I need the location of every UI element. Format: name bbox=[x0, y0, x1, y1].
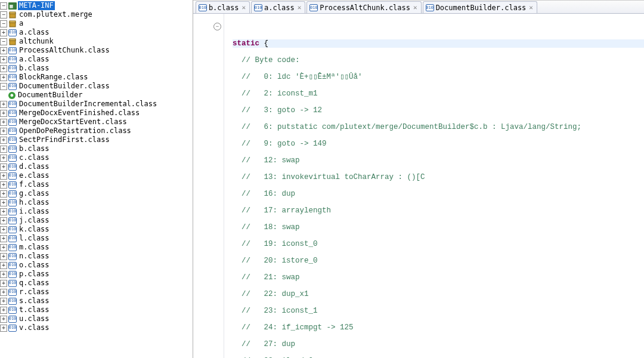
expand-toggle-icon[interactable]: + bbox=[0, 253, 7, 260]
tree-item-class[interactable]: +g.class bbox=[0, 189, 193, 198]
expand-toggle-icon[interactable]: + bbox=[0, 119, 7, 126]
tree-item-class[interactable]: +b.class bbox=[0, 64, 193, 73]
expand-toggle-icon[interactable]: + bbox=[0, 128, 7, 135]
tree-item-class[interactable]: +u.class bbox=[0, 314, 193, 323]
code-line: // 18: swap bbox=[233, 223, 644, 232]
expand-toggle-icon[interactable]: + bbox=[0, 217, 7, 224]
expand-toggle-icon[interactable]: + bbox=[0, 307, 7, 314]
expand-toggle-icon[interactable]: − bbox=[0, 2, 7, 10]
tree-item-runnable[interactable]: ●DocumentBuilder bbox=[0, 91, 193, 100]
class-file-icon bbox=[8, 217, 17, 224]
expand-toggle-icon[interactable]: + bbox=[0, 101, 7, 108]
expand-toggle-icon[interactable]: + bbox=[0, 325, 7, 332]
expand-toggle-icon[interactable]: + bbox=[0, 190, 7, 197]
expand-toggle-icon[interactable]: − bbox=[0, 11, 7, 18]
tree-item-class[interactable]: +l.class bbox=[0, 234, 193, 243]
expand-toggle-icon[interactable]: + bbox=[0, 29, 7, 36]
expand-toggle-icon[interactable]: − bbox=[0, 83, 7, 90]
tree-item-class[interactable]: +DocumentBuilderIncremental.class bbox=[0, 100, 193, 109]
expand-toggle-icon[interactable]: + bbox=[0, 146, 7, 153]
tree-item-class[interactable]: +v.class bbox=[0, 323, 193, 332]
tree-label: l.class bbox=[18, 234, 51, 243]
tree-item-class[interactable]: +p.class bbox=[0, 270, 193, 279]
expand-toggle-icon[interactable]: + bbox=[0, 298, 7, 305]
tree-item-class[interactable]: +a.class bbox=[0, 28, 193, 37]
class-file-icon bbox=[8, 298, 17, 305]
tree-item-class[interactable]: +ProcessAltChunk.class bbox=[0, 46, 193, 55]
expand-toggle-icon[interactable]: + bbox=[0, 47, 7, 54]
expand-toggle-icon[interactable]: + bbox=[0, 271, 7, 278]
editor-pane: b.class✕ a.class✕ ProcessAltChunk.class✕… bbox=[193, 0, 644, 358]
class-file-icon bbox=[8, 163, 17, 171]
expand-toggle-icon[interactable]: + bbox=[0, 65, 7, 72]
code-line bbox=[233, 23, 644, 31]
expand-toggle-icon[interactable]: + bbox=[0, 137, 7, 144]
tree-item-meta-inf[interactable]: − ▦ META-INF bbox=[0, 1, 193, 10]
expand-toggle-icon[interactable]: + bbox=[0, 244, 7, 251]
tree-item-class[interactable]: +MergeDocxEventFinished.class bbox=[0, 109, 193, 118]
fold-toggle-icon[interactable]: − bbox=[213, 23, 221, 30]
tree-item-class[interactable]: +d.class bbox=[0, 162, 193, 171]
expand-toggle-icon[interactable]: − bbox=[0, 38, 7, 45]
tree-item-folder-a[interactable]: − a bbox=[0, 19, 193, 28]
expand-toggle-icon[interactable]: + bbox=[0, 163, 7, 171]
tree-item-class[interactable]: +MergeDocxStartEvent.class bbox=[0, 118, 193, 126]
expand-toggle-icon[interactable]: + bbox=[0, 199, 7, 206]
expand-toggle-icon[interactable]: + bbox=[0, 56, 7, 63]
tree-item-class[interactable]: +j.class bbox=[0, 216, 193, 225]
tree-item-class[interactable]: +n.class bbox=[0, 252, 193, 261]
expand-toggle-icon[interactable]: + bbox=[0, 289, 7, 296]
tree-item-class[interactable]: +b.class bbox=[0, 144, 193, 153]
expand-toggle-icon[interactable]: + bbox=[0, 208, 7, 215]
close-icon[interactable]: ✕ bbox=[413, 4, 417, 11]
tree-item-class[interactable]: +q.class bbox=[0, 279, 193, 288]
code-line: // 21: swap bbox=[233, 273, 644, 282]
tree-item-package[interactable]: − com.plutext.merge bbox=[0, 10, 193, 19]
expand-toggle-icon[interactable]: + bbox=[0, 181, 7, 189]
tree-item-class[interactable]: +SectPrFindFirst.class bbox=[0, 135, 193, 144]
expand-toggle-icon[interactable]: + bbox=[0, 172, 7, 180]
tree-item-class[interactable]: +m.class bbox=[0, 243, 193, 252]
tree-item-class[interactable]: +k.class bbox=[0, 225, 193, 234]
close-icon[interactable]: ✕ bbox=[529, 4, 533, 11]
expand-toggle-icon[interactable]: + bbox=[0, 74, 7, 81]
expand-toggle-icon[interactable]: + bbox=[0, 155, 7, 162]
expand-toggle-icon[interactable]: + bbox=[0, 110, 7, 117]
tree-item-class[interactable]: +OpenDoPeRegistration.class bbox=[0, 126, 193, 135]
tab-label: ProcessAltChunk.class bbox=[320, 4, 410, 12]
expand-toggle-icon[interactable]: − bbox=[0, 20, 7, 27]
tree-label: d.class bbox=[18, 162, 51, 171]
expand-toggle-icon[interactable]: + bbox=[0, 280, 7, 287]
expand-toggle-icon[interactable]: + bbox=[0, 226, 7, 233]
tree-item-class[interactable]: +f.class bbox=[0, 180, 193, 189]
tree-item-documentbuilder[interactable]: −DocumentBuilder.class bbox=[0, 82, 193, 91]
editor-body: − static { // Byte code: // 0: ldc 'È+▯▯… bbox=[193, 14, 644, 358]
class-file-icon bbox=[8, 137, 17, 144]
class-file-icon bbox=[8, 155, 17, 162]
tree-item-class[interactable]: +c.class bbox=[0, 153, 193, 162]
tab-b-class[interactable]: b.class✕ bbox=[196, 1, 250, 13]
tree-item-class[interactable]: +h.class bbox=[0, 198, 193, 207]
tab-documentbuilder[interactable]: DocumentBuilder.class✕ bbox=[423, 1, 537, 13]
expand-toggle-icon[interactable]: + bbox=[0, 235, 7, 242]
tree-item-class[interactable]: +s.class bbox=[0, 297, 193, 305]
tab-a-class[interactable]: a.class✕ bbox=[251, 1, 305, 13]
expand-toggle-icon[interactable]: + bbox=[0, 262, 7, 269]
tree-item-class[interactable]: +r.class bbox=[0, 288, 193, 297]
close-icon[interactable]: ✕ bbox=[242, 4, 246, 11]
tree-item-class[interactable]: +i.class bbox=[0, 207, 193, 216]
tree-item-class[interactable]: +e.class bbox=[0, 171, 193, 180]
class-file-icon bbox=[8, 244, 17, 251]
close-icon[interactable]: ✕ bbox=[298, 4, 302, 11]
expand-toggle-icon[interactable]: + bbox=[0, 316, 7, 323]
svg-rect-3 bbox=[10, 21, 16, 23]
tree-item-folder-altchunk[interactable]: − altchunk bbox=[0, 37, 193, 46]
tree-item-class[interactable]: +o.class bbox=[0, 261, 193, 270]
svg-rect-1 bbox=[10, 12, 16, 14]
tree-item-class[interactable]: +a.class bbox=[0, 55, 193, 64]
tab-processaltchunk[interactable]: ProcessAltChunk.class✕ bbox=[306, 1, 421, 13]
tree-item-class[interactable]: +t.class bbox=[0, 305, 193, 314]
code-area[interactable]: static { // Byte code: // 0: ldc 'È+▯▯Ê±… bbox=[224, 14, 644, 358]
class-file-icon bbox=[309, 4, 318, 11]
tree-item-class[interactable]: +BlockRange.class bbox=[0, 73, 193, 82]
